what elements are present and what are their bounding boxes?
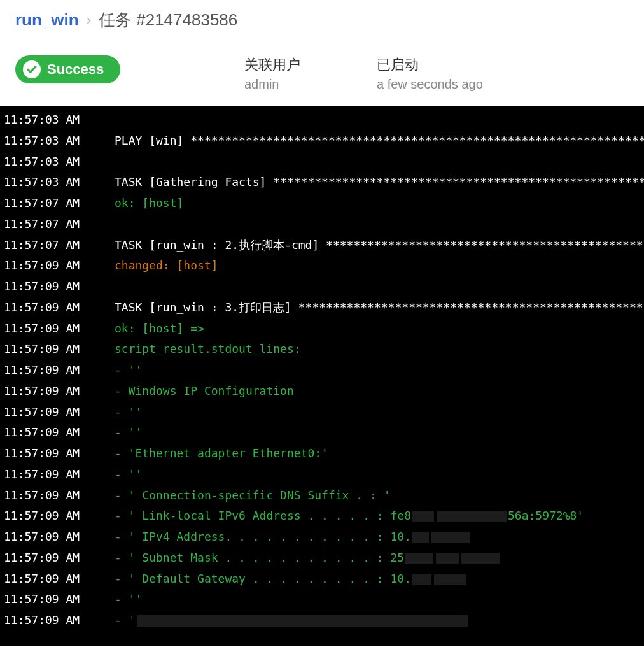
log-line: 11:57:09 AM - ' IPv4 Address. . . . . . …: [4, 527, 644, 548]
log-timestamp: 11:57:09 AM: [4, 402, 115, 423]
log-message: - ' Link-local IPv6 Address . . . . . : …: [115, 506, 644, 527]
log-timestamp: 11:57:03 AM: [4, 131, 115, 152]
redacted-block: [137, 615, 468, 627]
log-message: - ' Connection-specific DNS Suffix . : ': [115, 485, 644, 506]
log-line: 11:57:03 AMPLAY [win] ******************…: [4, 131, 644, 152]
meta-user-label: 关联用户: [244, 55, 300, 75]
log-timestamp: 11:57:09 AM: [4, 548, 115, 569]
log-timestamp: 11:57:03 AM: [4, 110, 115, 131]
log-message: PLAY [win] *****************************…: [115, 131, 644, 152]
log-line: 11:57:09 AM - '': [4, 589, 644, 610]
log-line: 11:57:09 AM - ' Subnet Mask . . . . . . …: [4, 548, 644, 569]
meta-user-value: admin: [244, 77, 300, 92]
log-timestamp: 11:57:09 AM: [4, 422, 115, 443]
log-timestamp: 11:57:09 AM: [4, 297, 115, 318]
log-message: script_result.stdout_lines:: [115, 339, 644, 360]
status-badge: Success: [15, 55, 120, 83]
log-timestamp: 11:57:03 AM: [4, 172, 115, 193]
log-message: - 'Ethernet adapter Ethernet0:': [115, 443, 644, 464]
breadcrumb-root-link[interactable]: run_win: [15, 10, 79, 30]
log-line: 11:57:09 AM - '': [4, 402, 644, 423]
log-line: 11:57:07 AMok: [host]: [4, 193, 644, 214]
log-message: - '': [115, 589, 644, 610]
meta-row: Success 关联用户 admin 已启动 a few seconds ago: [0, 38, 644, 106]
status-label: Success: [47, 61, 104, 78]
redacted-block: [436, 553, 459, 564]
redacted-block: [405, 553, 433, 564]
log-line: 11:57:09 AM - ' Connection-specific DNS …: [4, 485, 644, 506]
log-timestamp: 11:57:09 AM: [4, 318, 115, 339]
log-message: [115, 276, 644, 297]
log-line: 11:57:09 AM - 'Ethernet adapter Ethernet…: [4, 443, 644, 464]
log-timestamp: 11:57:09 AM: [4, 360, 115, 381]
log-message: changed: [host]: [115, 255, 644, 276]
log-timestamp: 11:57:09 AM: [4, 569, 115, 590]
log-message: TASK [run_win : 3.打印日志] ****************…: [115, 297, 644, 318]
log-timestamp: 11:57:09 AM: [4, 381, 115, 402]
log-timestamp: 11:57:07 AM: [4, 214, 115, 235]
log-message: TASK [run_win : 2.执行脚本-cmd] ************…: [115, 235, 644, 256]
log-timestamp: 11:57:09 AM: [4, 506, 115, 527]
log-message: - '': [115, 464, 644, 485]
log-line: 11:57:09 AM - ': [4, 610, 644, 631]
log-message: ok: [host] =>: [115, 318, 644, 339]
log-line: 11:57:03 AM: [4, 110, 644, 131]
redacted-block: [431, 532, 470, 543]
log-line: 11:57:07 AMTASK [run_win : 2.执行脚本-cmd] *…: [4, 235, 644, 256]
breadcrumb-current: 任务 #2147483586: [99, 9, 237, 31]
log-line: 11:57:03 AMTASK [Gathering Facts] ******…: [4, 172, 644, 193]
log-line: 11:57:09 AM - '': [4, 360, 644, 381]
check-circle-icon: [23, 60, 41, 78]
meta-started-value: a few seconds ago: [377, 77, 483, 92]
redacted-block: [437, 511, 507, 522]
log-timestamp: 11:57:09 AM: [4, 443, 115, 464]
log-line: 11:57:03 AM: [4, 152, 644, 173]
log-timestamp: 11:57:09 AM: [4, 610, 115, 631]
log-message: [115, 152, 644, 173]
redacted-block: [461, 553, 500, 564]
meta-user: 关联用户 admin: [244, 55, 300, 92]
log-line: 11:57:09 AMok: [host] =>: [4, 318, 644, 339]
log-line: 11:57:09 AM - ' Default Gateway . . . . …: [4, 569, 644, 590]
redacted-block: [412, 511, 434, 522]
breadcrumb: run_win › 任务 #2147483586: [0, 0, 644, 38]
log-line: 11:57:07 AM: [4, 214, 644, 235]
log-message: TASK [Gathering Facts] *****************…: [115, 172, 644, 193]
chevron-right-icon: ›: [87, 12, 91, 29]
log-timestamp: 11:57:09 AM: [4, 527, 115, 548]
log-message: - Windows IP Configuration: [115, 381, 644, 402]
log-line: 11:57:09 AM - Windows IP Configuration: [4, 381, 644, 402]
log-message: - ': [115, 610, 644, 631]
log-message: ok: [host]: [115, 193, 644, 214]
log-line: 11:57:09 AMchanged: [host]: [4, 255, 644, 276]
log-line: 11:57:09 AMTASK [run_win : 3.打印日志] *****…: [4, 297, 644, 318]
meta-started: 已启动 a few seconds ago: [377, 55, 483, 92]
log-message: - '': [115, 360, 644, 381]
log-timestamp: 11:57:09 AM: [4, 589, 115, 610]
log-timestamp: 11:57:09 AM: [4, 276, 115, 297]
log-timestamp: 11:57:07 AM: [4, 235, 115, 256]
log-message: [115, 214, 644, 235]
log-line: 11:57:09 AM - ' Link-local IPv6 Address …: [4, 506, 644, 527]
log-line: 11:57:09 AM - '': [4, 464, 644, 485]
log-line: 11:57:09 AM script_result.stdout_lines:: [4, 339, 644, 360]
terminal-output[interactable]: 11:57:03 AM11:57:03 AMPLAY [win] *******…: [0, 106, 644, 646]
log-message: - '': [115, 422, 644, 443]
log-timestamp: 11:57:09 AM: [4, 464, 115, 485]
redacted-block: [412, 574, 431, 585]
redacted-block: [412, 532, 429, 543]
log-timestamp: 11:57:09 AM: [4, 339, 115, 360]
log-message: - ' IPv4 Address. . . . . . . . . . . : …: [115, 527, 644, 548]
log-message: - ' Default Gateway . . . . . . . . . : …: [115, 569, 644, 590]
log-timestamp: 11:57:03 AM: [4, 152, 115, 173]
redacted-block: [434, 574, 466, 585]
log-timestamp: 11:57:09 AM: [4, 255, 115, 276]
log-line: 11:57:09 AM: [4, 276, 644, 297]
log-message: [115, 110, 644, 131]
log-message: - '': [115, 402, 644, 423]
meta-started-label: 已启动: [377, 55, 483, 75]
log-message: - ' Subnet Mask . . . . . . . . . . . : …: [115, 548, 644, 569]
log-timestamp: 11:57:09 AM: [4, 485, 115, 506]
log-timestamp: 11:57:07 AM: [4, 193, 115, 214]
log-line: 11:57:09 AM - '': [4, 422, 644, 443]
